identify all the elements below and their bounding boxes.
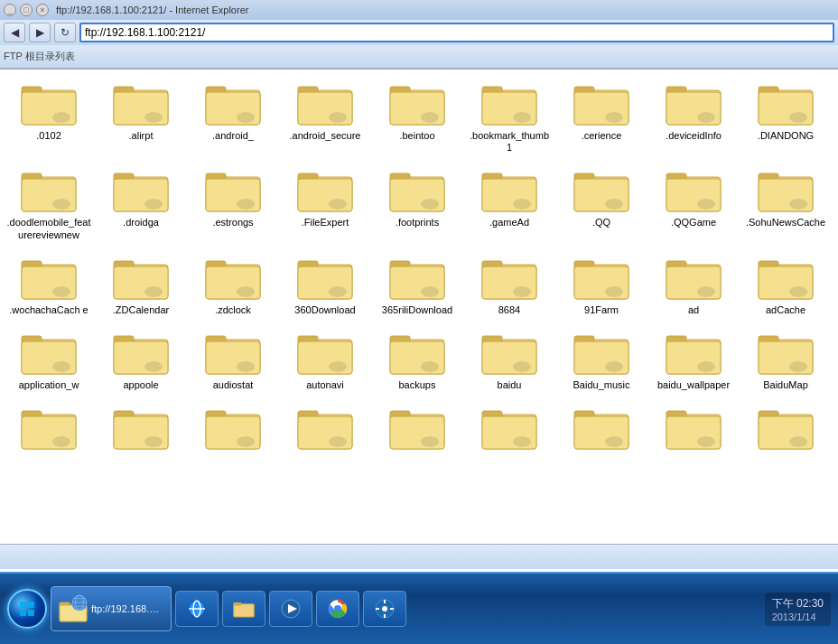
folder-item[interactable]: .DIANDONG — [740, 73, 831, 158]
folder-grid: .0102 .alirpt — [0, 70, 838, 462]
folder-icon — [573, 252, 630, 303]
folder-item[interactable]: .footprints — [372, 160, 462, 245]
address-bar[interactable] — [79, 23, 834, 42]
folder-item[interactable]: .cerience — [556, 73, 647, 158]
folder-label: .beintoo — [399, 130, 434, 142]
folder-item[interactable]: .beintoo — [372, 73, 462, 158]
svg-rect-182 — [28, 602, 34, 608]
toolbar-bar: FTP 根目录列表 — [0, 45, 838, 69]
folder-label: 360Download — [294, 304, 355, 316]
folder-icon — [112, 164, 170, 215]
minimize-button[interactable]: _ — [4, 4, 16, 16]
folder-icon — [757, 327, 815, 378]
folder-item[interactable]: .zdclock — [188, 247, 278, 321]
svg-point-171 — [605, 436, 623, 447]
forward-button[interactable]: ▶ — [29, 23, 51, 42]
folder-item[interactable] — [740, 397, 831, 459]
folder-item[interactable]: .wochachaCach e — [4, 247, 94, 321]
folder-item[interactable] — [372, 397, 462, 459]
svg-point-43 — [144, 199, 163, 210]
folder-item[interactable]: .QQGame — [648, 160, 739, 245]
svg-point-155 — [237, 436, 255, 447]
file-area[interactable]: .0102 .alirpt — [0, 70, 838, 544]
folder-item[interactable]: .0102 — [4, 73, 94, 158]
folder-item[interactable]: 8684 — [464, 247, 554, 321]
folder-item[interactable]: .FileExpert — [280, 160, 370, 245]
taskbar-folder-button[interactable] — [222, 591, 265, 627]
folder-item[interactable]: baidu — [464, 322, 554, 396]
start-button[interactable] — [7, 589, 47, 629]
browser-chrome: _ □ × ftp://192.168.1.100:2121/ - Intern… — [0, 0, 838, 70]
folder-item[interactable]: 91Farm — [556, 247, 647, 321]
svg-point-135 — [605, 361, 623, 372]
folder-item[interactable]: .bookmark_thumb1 — [464, 73, 554, 158]
folder-item[interactable]: backups — [372, 322, 462, 396]
svg-point-75 — [52, 286, 70, 297]
folder-item[interactable]: audiostat — [188, 322, 278, 396]
folder-item[interactable]: .estrongs — [188, 160, 278, 245]
folder-label: .bookmark_thumb1 — [467, 130, 552, 154]
svg-point-163 — [421, 436, 439, 447]
folder-label: .FileExpert — [302, 217, 349, 229]
folder-item[interactable]: .SohuNewsCache — [740, 160, 831, 245]
taskbar-ie-button[interactable] — [175, 591, 219, 627]
taskbar-network-button[interactable] — [363, 591, 406, 627]
svg-point-151 — [144, 436, 163, 447]
folder-item[interactable]: .gameAd — [464, 160, 554, 245]
refresh-button[interactable]: ↻ — [54, 23, 76, 42]
folder-label: .android_ — [212, 130, 254, 142]
folder-item[interactable]: .doodlemobile_featurereviewnew — [4, 160, 94, 245]
taskbar-media-button[interactable] — [269, 591, 312, 627]
folder-label: .QQ — [592, 217, 610, 229]
svg-point-71 — [789, 199, 807, 210]
clock-display[interactable]: 下午 02:30 2013/1/14 — [765, 593, 831, 626]
back-button[interactable]: ◀ — [4, 23, 25, 42]
folder-item[interactable]: 360Download — [280, 247, 370, 321]
folder-icon — [665, 402, 722, 453]
svg-point-147 — [52, 436, 70, 447]
svg-point-79 — [144, 286, 163, 297]
folder-label: .gameAd — [489, 217, 529, 229]
folder-item[interactable]: Baidu_music — [556, 322, 647, 396]
folder-item[interactable]: adCache — [740, 247, 831, 321]
maximize-button[interactable]: □ — [20, 4, 33, 16]
folder-label: baidu_wallpaper — [657, 379, 730, 391]
taskbar-ftp-item[interactable]: ftp://192.168.1.10... — [51, 586, 172, 631]
folder-item[interactable]: baidu_wallpaper — [648, 322, 739, 396]
folder-label: .alirpt — [129, 130, 154, 142]
folder-item[interactable] — [464, 397, 554, 459]
taskbar-chrome-button[interactable] — [316, 591, 359, 627]
svg-point-99 — [605, 286, 623, 297]
folder-icon — [573, 78, 630, 128]
folder-item[interactable]: .QQ — [556, 160, 647, 245]
folder-item[interactable] — [648, 397, 739, 459]
svg-point-127 — [421, 361, 439, 372]
svg-rect-197 — [234, 602, 241, 605]
folder-item[interactable] — [96, 397, 186, 459]
folder-item[interactable]: .android_ — [188, 73, 278, 158]
folder-item[interactable]: .alirpt — [96, 73, 186, 158]
svg-point-59 — [513, 199, 531, 210]
folder-item[interactable]: ad — [648, 247, 739, 321]
folder-item[interactable]: 365riliDownload — [372, 247, 462, 321]
folder-item[interactable]: .droidga — [96, 160, 186, 245]
folder-item[interactable]: application_w — [4, 322, 94, 396]
folder-item[interactable] — [280, 397, 370, 459]
folder-item[interactable] — [556, 397, 647, 459]
svg-point-55 — [421, 199, 439, 210]
folder-label: Baidu_music — [573, 379, 630, 391]
folder-icon — [20, 164, 78, 215]
svg-point-107 — [789, 286, 807, 297]
folder-item[interactable] — [4, 397, 94, 459]
folder-item[interactable]: .android_secure — [280, 73, 370, 158]
folder-label: .estrongs — [212, 217, 253, 229]
folder-item[interactable]: BaiduMap — [740, 322, 831, 396]
folder-icon — [296, 402, 354, 453]
folder-item[interactable]: .deviceidInfo — [648, 73, 739, 158]
folder-item[interactable] — [188, 397, 278, 459]
folder-item[interactable]: .ZDCalendar — [96, 247, 186, 321]
folder-item[interactable]: appoole — [96, 322, 186, 396]
close-button[interactable]: × — [36, 4, 49, 16]
status-bar — [0, 544, 838, 569]
folder-item[interactable]: autonavi — [280, 322, 370, 396]
